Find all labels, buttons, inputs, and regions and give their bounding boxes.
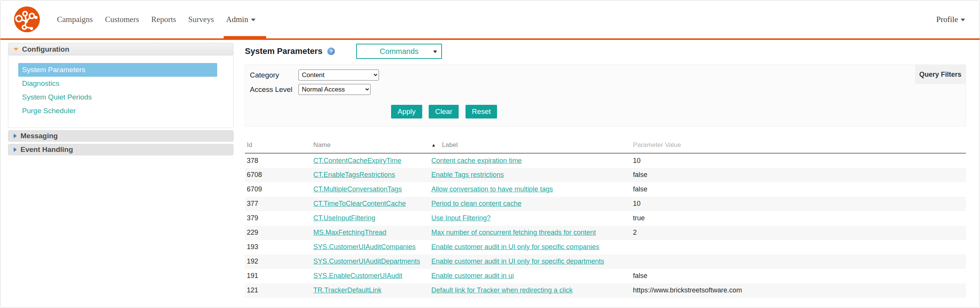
cell-parameter-value xyxy=(631,254,966,269)
cell-id: 191 xyxy=(245,269,311,283)
cell-label: Content cache expiration time xyxy=(430,153,631,168)
parameter-label-link[interactable]: Enable customer audit in ui xyxy=(431,272,514,279)
sidebar-item-system-parameters[interactable]: System Parameters xyxy=(18,63,217,77)
nav-item-campaigns[interactable]: Campaigns xyxy=(57,0,93,38)
accordion-label: Messaging xyxy=(21,132,58,140)
configuration-panel: System Parameters Diagnostics System Qui… xyxy=(8,56,234,128)
filter-panel: Query Filters Category Content Access Le… xyxy=(245,65,966,126)
cell-label: Max number of concurrent fetching thread… xyxy=(430,226,631,240)
nav-item-label: Surveys xyxy=(188,15,214,24)
sidebar-item-purge-scheduler[interactable]: Purge Scheduler xyxy=(18,104,217,118)
parameter-name-link[interactable]: CT.ContentCacheExpiryTime xyxy=(313,157,401,164)
table-header-row: Id Name ▲Label Parameter Value xyxy=(245,139,966,153)
cell-name: CT.MultipleConversationTags xyxy=(311,182,430,197)
cell-name: TR.TrackerDefaultLink xyxy=(311,283,430,298)
cell-label: Enable customer audit in UI only for spe… xyxy=(430,254,631,269)
chevron-down-icon xyxy=(433,51,437,53)
cell-parameter-value: 10 xyxy=(631,153,966,168)
category-label: Category xyxy=(250,71,298,79)
parameter-name-link[interactable]: CT.EnableTagsRestrictions xyxy=(313,171,395,179)
cell-name: SYS.CustomerUIAuditDepartments xyxy=(311,254,430,269)
parameter-label-link[interactable]: Period to clean content cache xyxy=(431,200,521,207)
column-header-id[interactable]: Id xyxy=(245,139,311,153)
column-header-name[interactable]: Name xyxy=(311,139,430,153)
accordion-label: Event Handling xyxy=(21,145,73,154)
cell-name: MS.MaxFetchingThread xyxy=(311,226,430,240)
parameter-name-link[interactable]: CT.MultipleConversationTags xyxy=(313,185,402,193)
parameter-name-link[interactable]: CT.TimeToClearContentCache xyxy=(313,200,406,207)
cell-parameter-value xyxy=(631,240,966,254)
cell-id: 229 xyxy=(245,226,311,240)
triangle-right-icon xyxy=(14,147,17,152)
parameter-name-link[interactable]: SYS.CustomerUIAuditCompanies xyxy=(313,243,415,251)
accordion-messaging[interactable]: Messaging xyxy=(8,130,234,142)
cell-name: SYS.EnableCustomerUIAudit xyxy=(311,269,430,283)
query-filters-label: Query Filters xyxy=(919,71,961,78)
profile-label: Profile xyxy=(936,15,958,24)
parameter-label-link[interactable]: Use Input Filtering? xyxy=(431,214,490,222)
sidebar: Configuration System Parameters Diagnost… xyxy=(8,43,234,155)
nav-item-customers[interactable]: Customers xyxy=(105,0,139,38)
main-panel: System Parameters ? Commands Query Filte… xyxy=(245,44,966,298)
cell-parameter-value: false xyxy=(631,168,966,182)
column-header-text: Label xyxy=(442,141,458,148)
cell-id: 6709 xyxy=(245,182,311,197)
access-level-select[interactable]: Normal Access xyxy=(298,84,371,95)
category-select[interactable]: Content xyxy=(298,70,379,80)
parameter-name-link[interactable]: SYS.CustomerUIAuditDepartments xyxy=(313,257,420,265)
accordion-configuration[interactable]: Configuration xyxy=(8,43,234,56)
cell-id: 378 xyxy=(245,153,311,168)
cell-parameter-value: 10 xyxy=(631,197,966,211)
cell-id: 379 xyxy=(245,211,311,226)
sidebar-item-label: Diagnostics xyxy=(22,79,59,87)
title-row: System Parameters ? Commands xyxy=(245,44,966,59)
profile-menu[interactable]: Profile xyxy=(936,15,965,24)
nav-item-label: Reports xyxy=(151,15,176,24)
query-filters-button[interactable]: Query Filters xyxy=(915,65,966,84)
table-row: 121TR.TrackerDefaultLinkDefault link for… xyxy=(245,283,966,298)
cell-id: 193 xyxy=(245,240,311,254)
brand-logo-icon[interactable] xyxy=(14,6,40,33)
sidebar-item-label: System Quiet Periods xyxy=(22,93,92,101)
accordion-event-handling[interactable]: Event Handling xyxy=(8,144,234,155)
nav-item-admin[interactable]: Admin xyxy=(226,0,255,38)
parameter-label-link[interactable]: Content cache expiration time xyxy=(431,157,522,164)
nav-item-reports[interactable]: Reports xyxy=(151,0,176,38)
parameter-label-link[interactable]: Allow conversation to have multiple tags xyxy=(431,185,553,193)
parameter-name-link[interactable]: CT.UseInputFiltering xyxy=(313,214,375,222)
parameter-label-link[interactable]: Enable Tags restrictions xyxy=(431,171,504,179)
parameter-name-link[interactable]: TR.TrackerDefaultLink xyxy=(313,286,381,294)
chevron-down-icon xyxy=(961,19,965,21)
cell-label: Enable Tags restrictions xyxy=(430,168,631,182)
filter-buttons: Apply Clear Reset xyxy=(391,105,966,118)
commands-dropdown[interactable]: Commands xyxy=(356,44,442,59)
accordion-label: Configuration xyxy=(22,45,70,54)
clear-button[interactable]: Clear xyxy=(429,105,459,118)
parameters-table: Id Name ▲Label Parameter Value 378CT.Con… xyxy=(245,139,966,298)
parameter-name-link[interactable]: SYS.EnableCustomerUIAudit xyxy=(313,272,402,279)
parameter-label-link[interactable]: Default link for Tracker when redirectin… xyxy=(431,286,573,294)
parameter-label-link[interactable]: Max number of concurrent fetching thread… xyxy=(431,229,596,236)
table-row: 229MS.MaxFetchingThreadMax number of con… xyxy=(245,226,966,240)
cell-parameter-value: https://www.brickstreetsoftware.com xyxy=(631,283,966,298)
cell-name: CT.UseInputFiltering xyxy=(311,211,430,226)
nav-item-label: Campaigns xyxy=(57,15,93,24)
apply-button[interactable]: Apply xyxy=(391,105,422,118)
cell-id: 121 xyxy=(245,283,311,298)
help-icon[interactable]: ? xyxy=(327,48,335,55)
column-header-label[interactable]: ▲Label xyxy=(430,139,631,153)
nav-item-label: Admin xyxy=(226,15,248,24)
parameter-label-link[interactable]: Enable customer audit in UI only for spe… xyxy=(431,243,599,251)
nav-item-surveys[interactable]: Surveys xyxy=(188,0,214,38)
category-row: Category Content xyxy=(250,70,966,80)
sidebar-item-diagnostics[interactable]: Diagnostics xyxy=(18,77,217,90)
active-tab-indicator xyxy=(224,36,266,40)
parameter-name-link[interactable]: MS.MaxFetchingThread xyxy=(313,229,386,236)
sidebar-item-system-quiet-periods[interactable]: System Quiet Periods xyxy=(18,90,217,104)
reset-button[interactable]: Reset xyxy=(466,105,497,118)
cell-name: CT.TimeToClearContentCache xyxy=(311,197,430,211)
cell-id: 6708 xyxy=(245,168,311,182)
parameter-label-link[interactable]: Enable customer audit in UI only for spe… xyxy=(431,257,604,265)
cell-id: 377 xyxy=(245,197,311,211)
sort-ascending-icon: ▲ xyxy=(431,142,436,148)
